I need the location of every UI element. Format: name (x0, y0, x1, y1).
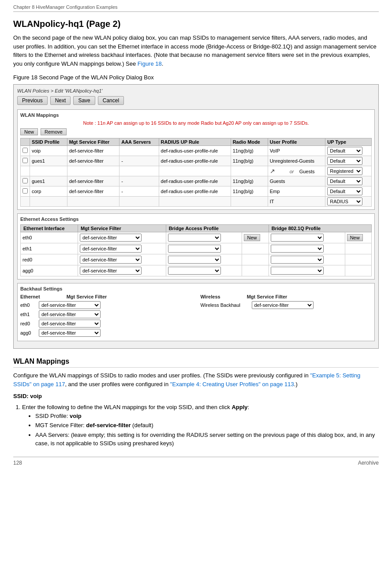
col-checkbox (21, 138, 30, 146)
backhaul-agg0-label: agg0 (20, 330, 36, 335)
bridge-8021q-select[interactable] (271, 267, 324, 275)
bullet-ssid: SSID Profile: voip (35, 412, 379, 421)
table-row-or: ↗ or Guests Registered (21, 166, 372, 176)
figure18-link[interactable]: Figure 18 (138, 60, 162, 67)
previous-button[interactable]: Previous (17, 96, 48, 105)
radius-cell: def-radius-user-profile-rule (159, 146, 231, 156)
radio-cell: 11ng(b/g) (231, 186, 268, 197)
intro-text1: On the second page of the new WLAN polic… (13, 34, 377, 67)
radius-cell: def-radius-user-profile-rule (159, 186, 231, 197)
col-radio: Radio Mode (231, 138, 268, 146)
col-radius: RADIUS UP Rule (159, 138, 231, 146)
radio-cell: 11ng(b/g) (231, 176, 268, 186)
chapter-title: Chapter 8 HiveManager Configuration Exam… (13, 4, 118, 10)
bridge-8021q-select[interactable] (271, 245, 324, 253)
bridge-access-select[interactable] (168, 245, 221, 253)
wlan-body1: Configure the WLAN mappings of SSIDs to … (13, 372, 310, 379)
backhaul-wireless-label: Wireless (201, 294, 220, 299)
backhaul-eth0-label: eth0 (20, 302, 36, 308)
table-row: voip def-service-filter def-radius-user-… (21, 146, 372, 156)
ethernet-access-section: Ethernet Access Settings Ethernet Interf… (17, 213, 375, 279)
table-row: IT RADIUS (21, 197, 372, 207)
row-checkbox[interactable] (22, 158, 28, 163)
up-type-select[interactable]: Default (327, 177, 362, 185)
wireless-backhaul-select[interactable]: def-service-filter (252, 301, 314, 309)
ssid-cell: corp (30, 186, 67, 197)
wlan-btn-row: New Remove (20, 128, 372, 135)
mgt-cell: def-service-filter (67, 186, 119, 197)
backhaul-eth-row: red0 def-service-filter (20, 320, 192, 328)
col-uptype: UP Type (325, 138, 372, 146)
bridge-access-select[interactable] (168, 267, 221, 275)
wlan-mappings-section: WLAN Mappings Note : 11n AP can assign u… (17, 109, 375, 210)
row-checkbox[interactable] (22, 188, 28, 194)
bridge-access-select[interactable] (168, 256, 221, 264)
wlan-new-button[interactable]: New (20, 128, 38, 135)
eth-mgt-select[interactable]: def-service-filter (80, 267, 142, 275)
bridge-8021q-select[interactable] (271, 256, 324, 264)
wlan-mappings-table: SSID Profile Mgt Service Filter AAA Serv… (20, 138, 372, 207)
col-eth-mgt: Mgt Service Filter (78, 225, 166, 232)
mgt-value: def-service-filter (86, 422, 131, 429)
aaa-cell: - (119, 156, 159, 166)
aaa-cell (119, 146, 159, 156)
wlan-remove-button[interactable]: Remove (41, 128, 67, 135)
intro-paragraph: On the second page of the new WLAN polic… (13, 34, 379, 68)
userprofile-cell: VoIP (268, 146, 325, 156)
row-checkbox[interactable] (22, 178, 28, 183)
brand-name: Aerohive (358, 460, 379, 466)
col-ssid: SSID Profile (30, 138, 67, 146)
backhaul-agg0-select[interactable]: def-service-filter (39, 329, 101, 337)
cancel-button[interactable]: Cancel (98, 96, 124, 105)
ethernet-legend: Ethernet Access Settings (20, 216, 372, 222)
ssid-voip-steps: Enter the following to define the WLAN m… (22, 403, 379, 448)
backhaul-eth-header: Ethernet Mgt Service Filter (20, 294, 192, 299)
wlan-mappings-title: WLAN Mappings (13, 358, 379, 368)
backhaul-eth1-select[interactable]: def-service-filter (39, 310, 101, 318)
backhaul-ethernet: Ethernet Mgt Service Filter eth0 def-ser… (20, 294, 192, 338)
example4-link[interactable]: "Example 4: Creating User Profiles" on p… (170, 381, 294, 388)
backhaul-eth-row: agg0 def-service-filter (20, 329, 192, 337)
mgt-cell: def-service-filter (67, 146, 119, 156)
backhaul-wireless: Wireless Mgt Service Filter Wireless Bac… (201, 294, 372, 338)
bridge-access-select[interactable] (168, 234, 221, 242)
backhaul-eth1-label: eth1 (20, 312, 36, 317)
userprofile-cell: IT (268, 197, 325, 207)
userprofile-cell: Unregistered-Guests (268, 156, 325, 166)
row-checkbox[interactable] (22, 148, 28, 153)
next-button[interactable]: Next (50, 96, 71, 105)
bridge-8021q-new-button[interactable]: New (347, 234, 363, 241)
dialog-breadcrumb: WLAN Policies > Edit 'WLANpolicy-hq1' (17, 88, 375, 93)
backhaul-wireless-header: Wireless Mgt Service Filter (201, 294, 372, 299)
up-type-select[interactable]: Registered (327, 167, 362, 175)
ssid-value: voip (70, 413, 82, 419)
up-type-select[interactable]: Default (327, 187, 362, 195)
backhaul-wireless-row: Wireless Backhaul def-service-filter (201, 301, 372, 309)
chapter-header: Chapter 8 HiveManager Configuration Exam… (13, 4, 379, 12)
col-userprofile: User Profile (268, 138, 325, 146)
col-mgt: Mgt Service Filter (67, 138, 119, 146)
eth-mgt-select[interactable]: def-service-filter (80, 245, 142, 253)
bridge-8021q-select[interactable] (271, 234, 324, 242)
col-bridge-access: Bridge Access Profile (166, 225, 269, 232)
userprofile-cell: Guests (268, 176, 325, 186)
backhaul-red0-select[interactable]: def-service-filter (39, 320, 101, 328)
figure-caption: Figure 18 Second Page of the WLAN Policy… (13, 74, 379, 81)
radius-cell: def-radius-user-profile-rule (159, 156, 231, 166)
backhaul-eth-mgt-label: Mgt Service Filter (67, 294, 107, 299)
backhaul-eth0-select[interactable]: def-service-filter (39, 301, 101, 309)
table-row: eth1 def-service-filter (21, 243, 372, 254)
wlan-mappings-body: Configure the WLAN mappings of SSIDs to … (13, 371, 379, 388)
dialog-box: WLAN Policies > Edit 'WLANpolicy-hq1' Pr… (13, 84, 379, 349)
page-number: 128 (13, 460, 22, 466)
save-button[interactable]: Save (73, 96, 95, 105)
backhaul-eth-row: eth0 def-service-filter (20, 301, 192, 309)
up-type-select[interactable]: Default (327, 147, 362, 155)
eth-mgt-select[interactable]: def-service-filter (80, 234, 142, 242)
eth-iface-cell: eth1 (21, 243, 78, 254)
up-type-select[interactable]: Default (327, 157, 362, 165)
eth-mgt-select[interactable]: def-service-filter (80, 256, 142, 264)
figure-label: Figure 18 (13, 74, 37, 81)
bridge-access-new-button[interactable]: New (244, 234, 260, 241)
up-type-select[interactable]: RADIUS (327, 197, 362, 205)
